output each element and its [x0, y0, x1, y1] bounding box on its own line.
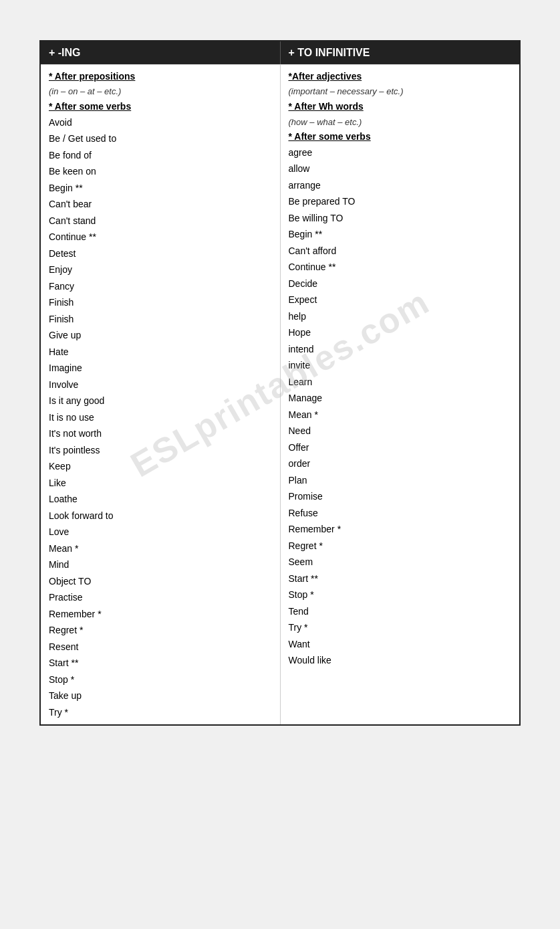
list-item: Seem — [289, 554, 512, 571]
list-item: Can't stand — [49, 213, 272, 229]
col1-verbs-list: AvoidBe / Get used toBe fond ofBe keen o… — [49, 114, 272, 721]
col2-section1-title: *After adjectives — [289, 71, 362, 82]
list-item: Give up — [49, 327, 272, 344]
list-item: Regret * — [289, 538, 512, 554]
list-item: Manage — [289, 390, 512, 407]
list-item: Would like — [289, 652, 512, 669]
list-item: Be / Get used to — [49, 130, 272, 147]
list-item: It's pointless — [49, 442, 272, 459]
col2-section1-sub: (important – necessary – etc.) — [289, 86, 404, 96]
list-item: Regret * — [49, 622, 272, 639]
list-item: help — [289, 308, 512, 325]
list-item: Start ** — [49, 655, 272, 672]
list-item: Is it any good — [49, 393, 272, 409]
list-item: Try * — [49, 704, 272, 721]
list-item: intend — [289, 341, 512, 358]
list-item: It's not worth — [49, 425, 272, 442]
list-item: Involve — [49, 377, 272, 393]
col2-section3-title: * After some verbs — [289, 131, 371, 142]
header-col1: + -ING — [41, 41, 281, 64]
list-item: Continue ** — [289, 259, 512, 276]
list-item: Offer — [289, 439, 512, 456]
col2-verbs-list: agreeallowarrangeBe prepared TOBe willin… — [289, 144, 512, 669]
list-item: Resent — [49, 639, 272, 655]
list-item: Need — [289, 423, 512, 439]
list-item: Mind — [49, 556, 272, 573]
list-item: Detest — [49, 245, 272, 262]
list-item: Can't bear — [49, 196, 272, 213]
col-ing: * After prepositions (in – on – at – etc… — [41, 65, 281, 724]
table-body-row: * After prepositions (in – on – at – etc… — [41, 64, 519, 724]
list-item: Stop * — [289, 587, 512, 603]
list-item: Plan — [289, 472, 512, 489]
list-item: Promise — [289, 488, 512, 505]
list-item: Imagine — [49, 360, 272, 377]
list-item: Mean * — [49, 540, 272, 557]
list-item: It is no use — [49, 409, 272, 426]
list-item: Keep — [49, 458, 272, 475]
list-item: Hope — [289, 324, 512, 341]
col-to-infinitive: *After adjectives (important – necessary… — [281, 65, 520, 724]
list-item: invite — [289, 357, 512, 374]
list-item: Avoid — [49, 114, 272, 131]
col2-section2-sub: (how – what – etc.) — [289, 117, 362, 127]
list-item: Enjoy — [49, 262, 272, 278]
list-item: Remember * — [289, 521, 512, 538]
list-item: Tend — [289, 603, 512, 620]
list-item: Refuse — [289, 505, 512, 522]
list-item: Be fond of — [49, 147, 272, 164]
list-item: Like — [49, 475, 272, 492]
list-item: Loathe — [49, 491, 272, 508]
list-item: order — [289, 455, 512, 472]
list-item: Love — [49, 524, 272, 540]
list-item: Look forward to — [49, 508, 272, 524]
list-item: Begin ** — [49, 180, 272, 197]
col1-section1-sub: (in – on – at – etc.) — [49, 86, 121, 96]
list-item: agree — [289, 144, 512, 161]
list-item: Hate — [49, 344, 272, 360]
list-item: Remember * — [49, 606, 272, 623]
list-item: allow — [289, 161, 512, 177]
list-item: Practise — [49, 589, 272, 606]
list-item: Try * — [289, 619, 512, 636]
list-item: Be keen on — [49, 163, 272, 180]
list-item: Expect — [289, 292, 512, 308]
list-item: Fancy — [49, 278, 272, 295]
list-item: Stop * — [49, 672, 272, 688]
col1-section1-title: * After prepositions — [49, 71, 135, 82]
list-item: Take up — [49, 688, 272, 704]
list-item: Begin ** — [289, 226, 512, 243]
list-item: Be willing TO — [289, 210, 512, 227]
list-item: Finish — [49, 294, 272, 311]
list-item: Want — [289, 636, 512, 653]
list-item: arrange — [289, 177, 512, 194]
table-header: + -ING + TO INFINITIVE — [41, 41, 519, 64]
list-item: Decide — [289, 276, 512, 292]
list-item: Can't afford — [289, 243, 512, 260]
list-item: Continue ** — [49, 229, 272, 245]
list-item: Object TO — [49, 573, 272, 590]
list-item: Mean * — [289, 407, 512, 423]
list-item: Learn — [289, 374, 512, 391]
main-table: ESLprintables.com + -ING + TO INFINITIVE… — [39, 40, 521, 726]
header-col2: + TO INFINITIVE — [281, 41, 520, 64]
list-item: Be prepared TO — [289, 193, 512, 210]
col1-section2-title: * After some verbs — [49, 101, 131, 112]
list-item: Start ** — [289, 571, 512, 587]
col2-section2-title: * After Wh words — [289, 101, 364, 112]
list-item: Finish — [49, 311, 272, 328]
